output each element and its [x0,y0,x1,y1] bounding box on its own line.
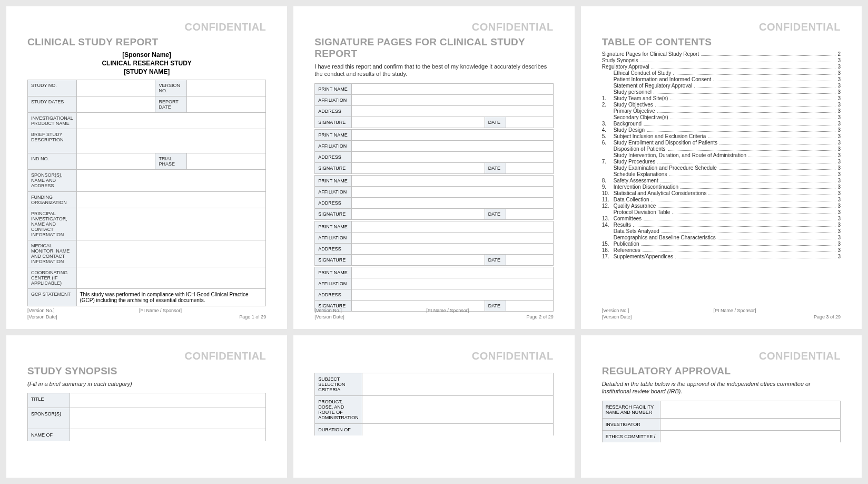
toc-entry[interactable]: 12.Quality Assurance3 [602,203,841,209]
field-study-dates[interactable] [76,96,155,113]
toc-entry[interactable]: Protocol Deviation Table3 [602,209,841,215]
field-date[interactable] [506,162,553,173]
field-sponsors[interactable] [70,408,266,429]
toc-page: 3 [837,70,841,76]
field-affiliation[interactable] [352,278,553,289]
toc-text: Study Procedures [614,159,656,164]
field-address[interactable] [352,289,553,300]
field-pi[interactable] [76,208,266,240]
toc-page: 3 [837,133,841,139]
toc-entry[interactable]: Disposition of Patients3 [602,146,841,152]
toc-entry[interactable]: Data Sets Analyzed3 [602,228,841,234]
label-print-name: PRINT NAME [315,175,352,186]
toc-entry[interactable]: Study personnel3 [602,89,841,95]
field-brief[interactable] [76,129,266,153]
toc-entry[interactable]: 5.Subject Inclusion and Exclusion Criter… [602,133,841,139]
toc-leader [657,163,835,163]
field-affiliation[interactable] [352,186,553,197]
toc-entry[interactable]: 4.Study Design3 [602,127,841,133]
toc-entry[interactable]: 6.Study Enrollment and Disposition of Pa… [602,140,841,146]
field-signature[interactable] [352,162,485,173]
toc-leader [748,157,835,157]
field-date[interactable] [506,208,553,219]
toc-entry[interactable]: Demographics and Baseline Characteristic… [602,235,841,240]
toc-entry[interactable]: 7.Study Procedures3 [602,159,841,164]
field-facility[interactable] [660,401,840,418]
toc-entry[interactable]: 9.Intervention Discontinuation3 [602,184,841,190]
field-print-name[interactable] [352,129,553,140]
toc-page: 3 [837,241,841,247]
toc-entry[interactable]: 11.Data Collection3 [602,197,841,202]
study-info-table: STUDY NO. VERSION NO. STUDY DATES REPORT… [27,80,266,306]
toc-entry[interactable]: 15.Publication3 [602,241,841,247]
field-ind[interactable] [76,153,155,170]
field-address[interactable] [352,151,553,162]
signature-block: PRINT NAMEAFFILIATIONADDRESSSIGNATUREDAT… [314,129,553,174]
footer-page-2: Page 2 of 29 [527,314,554,320]
field-center[interactable] [76,267,266,289]
toc-entry[interactable]: Statement of Regulatory Approval3 [602,83,841,89]
toc-entry[interactable]: Study Intervention, Duration, and Route … [602,152,841,158]
toc-entry[interactable]: 3.Background3 [602,121,841,127]
toc-entry[interactable]: 10.Statistical and Analytical Considerat… [602,190,841,196]
toc-page: 3 [837,235,841,240]
field-product[interactable] [76,113,266,129]
field-funding[interactable] [76,192,266,208]
field-report-date[interactable] [187,96,266,113]
toc-entry[interactable]: Regulatory Approval3 [602,64,841,70]
field-title[interactable] [70,393,266,408]
field-date[interactable] [506,117,553,128]
field-date[interactable] [506,254,553,265]
toc-entry[interactable]: 16.References3 [602,247,841,253]
field-print-name[interactable] [352,175,553,186]
field-signature[interactable] [352,254,485,265]
toc-text: Demographics and Baseline Characteristic… [614,235,716,240]
synopsis-table: TITLE SPONSOR(S) NAME OF [27,393,266,441]
toc-number: 4. [602,127,614,133]
toc-text: Ethical Conduct of Study [614,70,672,76]
field-version-no[interactable] [187,80,266,96]
toc-entry[interactable]: 2.Study Objectives3 [602,102,841,108]
field-affiliation[interactable] [352,140,553,151]
field-name-of[interactable] [70,429,266,441]
field-investigator[interactable] [660,418,840,430]
field-affiliation[interactable] [352,232,553,243]
field-signature[interactable] [352,208,485,219]
field-product[interactable] [362,396,553,424]
toc-entry[interactable]: Secondary Objective(s)3 [602,114,841,120]
field-print-name[interactable] [352,83,553,94]
field-study-no[interactable] [76,80,155,96]
toc-entry[interactable]: 1.Study Team and Site(s)3 [602,95,841,101]
study-name: [STUDY NAME] [27,68,266,75]
toc-entry[interactable]: 8.Safety Assessment3 [602,178,841,183]
toc-entry[interactable]: Primary Objective3 [602,108,841,114]
toc-entry[interactable]: 13.Committees3 [602,216,841,221]
field-print-name[interactable] [352,267,553,278]
research-study: CLINICAL RESEARCH STUDY [27,60,266,67]
field-signature[interactable] [352,117,485,128]
toc-entry[interactable]: Ethical Conduct of Study3 [602,70,841,76]
field-criteria[interactable] [362,373,553,396]
field-address[interactable] [352,197,553,208]
field-print-name[interactable] [352,221,553,232]
toc-entry[interactable]: 14.Results3 [602,222,841,228]
field-monitor[interactable] [76,240,266,267]
field-affiliation[interactable] [352,94,553,105]
field-sponsors[interactable] [76,170,266,192]
footer-version-no: [Version No.] [602,308,629,313]
field-duration[interactable] [362,424,553,436]
toc-entry[interactable]: Study Examination and Procedure Schedule… [602,165,841,171]
toc-entry[interactable]: Schedule Explanations3 [602,171,841,177]
toc-entry[interactable]: Patient Information and Informed Consent… [602,76,841,82]
sponsor-name: [Sponsor Name] [27,51,266,59]
toc-entry[interactable]: 17.Supplements/Appendices3 [602,254,841,259]
signature-block: PRINT NAMEAFFILIATIONADDRESSSIGNATUREDAT… [314,267,553,312]
field-ethics[interactable] [660,430,840,442]
field-trial-phase[interactable] [187,153,266,170]
field-address[interactable] [352,243,553,254]
field-address[interactable] [352,105,553,117]
toc-leader [658,207,835,208]
toc-entry[interactable]: Study Synopsis3 [602,57,841,63]
toc-entry[interactable]: Signature Pages for Clinical Study Repor… [602,51,841,57]
label-sponsors: SPONSOR(S), NAME AND ADDRESS [28,170,77,192]
